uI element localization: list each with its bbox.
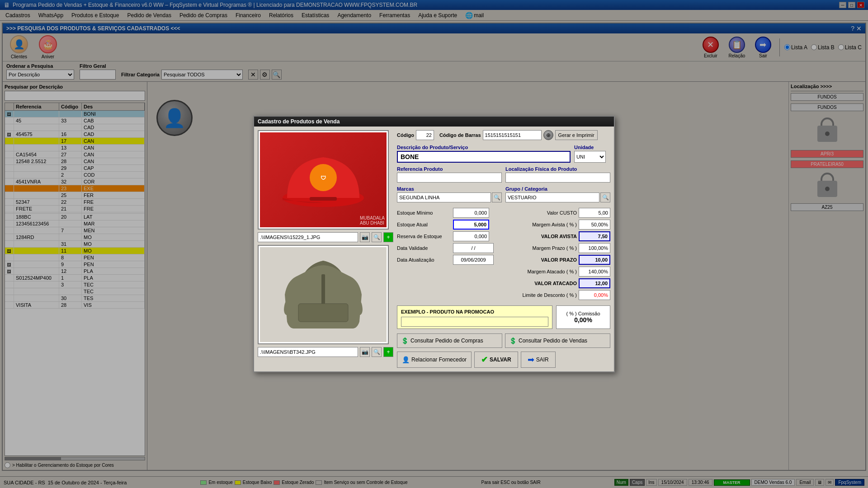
margem-atacado-input[interactable] bbox=[579, 267, 610, 277]
camera-btn-2[interactable]: 📷 bbox=[360, 347, 370, 357]
modal-overlay: Cadastro de Produtos de Venda bbox=[0, 0, 868, 488]
estoque-atual-label: Estoque Atual bbox=[397, 222, 451, 227]
gerar-imprimir-btn[interactable]: Gerar e Imprimir bbox=[555, 130, 598, 140]
valor-avista-input[interactable] bbox=[579, 231, 610, 241]
atualizacao-label: Data Atualização bbox=[397, 257, 451, 263]
promo-input[interactable] bbox=[401, 317, 548, 327]
limite-desconto-input[interactable] bbox=[579, 290, 610, 300]
promo-section: EXEMPLO - PRODUTO NA PROMOCAO bbox=[397, 305, 552, 329]
margem-avista-input[interactable] bbox=[579, 220, 610, 230]
estoque-atual-row: Estoque Atual bbox=[397, 220, 500, 230]
codigo-barras-row: Código Código de Barras ⊕ Gerar e Imprim… bbox=[397, 130, 610, 140]
validade-label: Data Validade bbox=[397, 245, 451, 251]
relacionar-fornecedor-btn[interactable]: 👤 Relacionar Fornecedor bbox=[397, 352, 472, 368]
modal-titlebar: Cadastro de Produtos de Venda bbox=[254, 117, 614, 127]
image-1-path-input[interactable] bbox=[258, 232, 358, 242]
search-btn-1[interactable]: 🔍 bbox=[372, 232, 382, 242]
hat-image: 🛡 MUBADALAABU DHABI bbox=[260, 132, 387, 227]
marcas-input[interactable] bbox=[397, 192, 491, 202]
person-icon: 👤 bbox=[402, 356, 410, 363]
valor-prazo-input[interactable] bbox=[579, 255, 610, 265]
reserva-row: Reserva de Estoque bbox=[397, 231, 500, 241]
svg-rect-5 bbox=[298, 304, 348, 322]
image-2-box bbox=[258, 245, 389, 344]
atualizacao-input[interactable] bbox=[453, 255, 494, 265]
marcas-search-btn[interactable]: 🔍 bbox=[492, 192, 502, 202]
estoque-atual-input[interactable] bbox=[453, 220, 489, 230]
money-icon-1: 💲 bbox=[401, 337, 409, 344]
margem-prazo-label: Margem Prazo ( % ) bbox=[518, 245, 577, 251]
localizacao-fisica-input[interactable] bbox=[505, 173, 610, 183]
image-2-path-row: 📷 🔍 + bbox=[258, 347, 393, 357]
commission-section: ( % ) Comissão 0,00% bbox=[556, 305, 610, 329]
barcode-icon-btn[interactable]: ⊕ bbox=[543, 130, 553, 140]
svg-text:🛡: 🛡 bbox=[321, 175, 326, 181]
codigo-input[interactable] bbox=[416, 130, 434, 140]
unidade-label: Unidade bbox=[574, 145, 610, 150]
clear-btn-2[interactable]: + bbox=[383, 347, 393, 357]
image-2-path-input[interactable] bbox=[258, 347, 358, 357]
referencia-input[interactable] bbox=[397, 173, 502, 183]
modal-images-section: 🛡 MUBADALAABU DHABI 📷 🔍 + bbox=[258, 130, 393, 368]
money-icon-2: 💲 bbox=[509, 337, 517, 344]
consultar-compras-btn[interactable]: 💲 Consultar Pedido de Compras bbox=[397, 333, 502, 348]
modal-top-section: 🛡 MUBADALAABU DHABI 📷 🔍 + bbox=[258, 130, 610, 368]
salvar-btn[interactable]: ✔ SALVAR bbox=[474, 352, 518, 368]
unidade-select[interactable]: UNI bbox=[574, 151, 606, 163]
estoque-min-label: Estoque Mínimo bbox=[397, 210, 451, 216]
validade-input[interactable] bbox=[453, 243, 494, 253]
svg-rect-3 bbox=[310, 197, 337, 201]
commission-value: 0,00% bbox=[574, 316, 592, 324]
grupo-label: Grupo / Categoria bbox=[505, 186, 610, 192]
image-1-path-row: 📷 🔍 + bbox=[258, 232, 393, 242]
cadastro-modal: Cadastro de Produtos de Venda bbox=[253, 116, 615, 372]
check-icon: ✔ bbox=[481, 355, 488, 365]
stock-section: Estoque Mínimo Estoque Atual Reserva de … bbox=[397, 208, 500, 300]
camera-btn-1[interactable]: 📷 bbox=[360, 232, 370, 242]
margem-avista-label: Margem Avista ( % ) bbox=[518, 222, 577, 227]
descricao-row: Descrição do Produto/Serviço Unidade UNI bbox=[397, 145, 610, 163]
atualizacao-row: Data Atualização bbox=[397, 255, 500, 265]
custo-input[interactable] bbox=[579, 208, 610, 218]
valor-atacado-input[interactable] bbox=[579, 278, 610, 288]
descricao-section: Descrição do Produto/Serviço bbox=[397, 145, 571, 163]
modal-form-section: Código Código de Barras ⊕ Gerar e Imprim… bbox=[397, 130, 610, 368]
clear-btn-1[interactable]: + bbox=[383, 232, 393, 242]
marcas-section: Marcas 🔍 bbox=[397, 186, 502, 202]
grupo-search-btn[interactable]: 🔍 bbox=[600, 192, 610, 202]
produto-nome-input[interactable] bbox=[397, 151, 571, 163]
codigo-label: Código bbox=[397, 132, 414, 138]
validade-row: Data Validade bbox=[397, 243, 500, 253]
localizacao-fisica-label: Localização Física do Produto bbox=[505, 166, 610, 172]
exit-icon: ➡ bbox=[528, 355, 534, 365]
search-btn-2[interactable]: 🔍 bbox=[372, 347, 382, 357]
margem-prazo-row: Margem Prazo ( % ) bbox=[507, 243, 610, 253]
unidade-section: Unidade UNI bbox=[574, 145, 610, 163]
barras-section: Código de Barras ⊕ Gerar e Imprimir bbox=[439, 130, 598, 140]
marcas-grupo-row: Marcas 🔍 Grupo / Categoria 🔍 bbox=[397, 186, 610, 202]
localizacao-fisica-section: Localização Física do Produto bbox=[505, 166, 610, 183]
descricao-label: Descrição do Produto/Serviço bbox=[397, 145, 571, 150]
modal-sair-btn[interactable]: ➡ SAIR bbox=[521, 352, 556, 368]
reserva-input[interactable] bbox=[453, 231, 489, 241]
codigo-section: Código bbox=[397, 130, 434, 140]
promo-label: EXEMPLO - PRODUTO NA PROMOCAO bbox=[401, 309, 494, 314]
grupo-section: Grupo / Categoria 🔍 bbox=[505, 186, 610, 202]
grupo-input[interactable] bbox=[505, 192, 599, 202]
promo-input-area bbox=[401, 315, 548, 326]
margem-atacado-row: Margem Atacado ( % ) bbox=[507, 267, 610, 277]
valor-prazo-label: VALOR PRAZO bbox=[518, 257, 577, 263]
consultar-vendas-btn[interactable]: 💲 Consultar Pedido de Vendas bbox=[505, 333, 610, 348]
commission-label: ( % ) Comissão bbox=[566, 311, 600, 316]
hat-label: MUBADALAABU DHABI bbox=[360, 216, 385, 225]
estoque-min-input[interactable] bbox=[453, 208, 489, 218]
hoodie-image bbox=[260, 247, 387, 342]
grupo-input-row: 🔍 bbox=[505, 192, 610, 202]
image-1-box: 🛡 MUBADALAABU DHABI bbox=[258, 130, 389, 230]
barras-input[interactable] bbox=[483, 130, 542, 140]
hoodie-svg bbox=[283, 249, 364, 340]
barras-label: Código de Barras bbox=[439, 132, 481, 138]
price-section: Valor CUSTO Margem Avista ( % ) VALOR AV… bbox=[507, 208, 610, 300]
modal-title-text: Cadastro de Produtos de Venda bbox=[258, 118, 340, 125]
margem-prazo-input[interactable] bbox=[579, 243, 610, 253]
